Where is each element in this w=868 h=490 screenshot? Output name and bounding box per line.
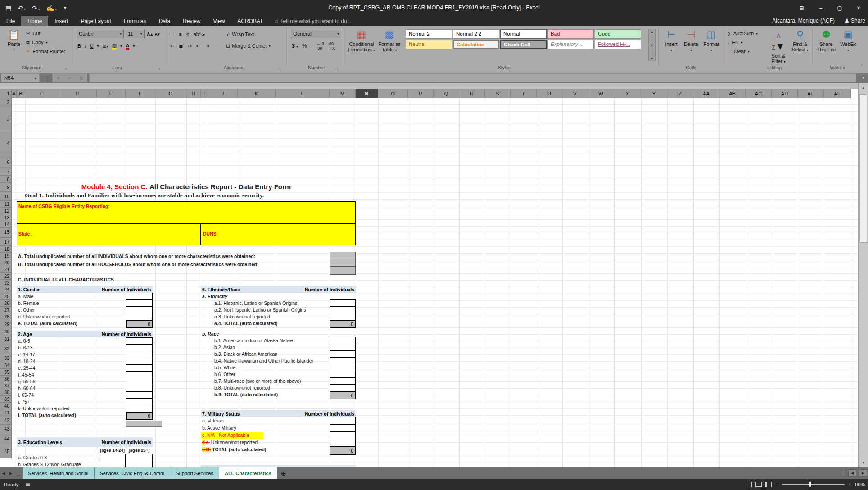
align-center-icon[interactable]: ≣ <box>179 43 183 49</box>
decrease-decimal-icon[interactable]: .00→.0 <box>328 41 336 50</box>
decrease-indent-icon[interactable]: ⇤ <box>196 43 200 49</box>
input-cell-race-1[interactable] <box>330 337 356 344</box>
ribbon-tab-view[interactable]: View <box>207 16 231 26</box>
orientation-icon[interactable]: ab⤡▾ <box>194 32 205 37</box>
input-cell-age-6[interactable] <box>126 378 153 385</box>
total-cell-gender[interactable]: 0 <box>126 320 153 328</box>
ribbon-tab-insert[interactable]: Insert <box>48 16 74 26</box>
style-calculation[interactable]: Calculation <box>453 40 499 49</box>
sheet-nav-left-icon[interactable]: ◀ <box>0 467 7 479</box>
number-dialog-launcher-icon[interactable]: ⌞ <box>337 65 339 70</box>
macro-record-icon[interactable]: ▦ <box>26 482 30 487</box>
input-cell-education-1[interactable] <box>126 461 153 467</box>
ribbon-tab-home[interactable]: Home <box>21 16 48 26</box>
paste-button[interactable]: 📋 Paste▾ <box>4 28 24 63</box>
cut-button[interactable]: ✂ Cut <box>26 29 65 38</box>
align-middle-icon[interactable]: ≡ <box>179 32 181 37</box>
alignment-dialog-launcher-icon[interactable]: ⌞ <box>279 65 281 70</box>
input-cell-ethnicity-2[interactable] <box>330 306 356 313</box>
input-cell-gender-3[interactable] <box>126 313 153 320</box>
delete-cells-button[interactable]: ⊣ Delete▾ <box>682 28 701 63</box>
style-bad[interactable]: Bad <box>547 29 594 39</box>
style-normal-2[interactable]: Normal 2 <box>406 29 452 39</box>
ribbon-tab-formulas[interactable]: Formulas <box>118 16 153 26</box>
underline-button[interactable]: U <box>90 43 94 49</box>
sort-filter-button[interactable]: AZ▼ Sort & Filter ▾ <box>768 28 789 63</box>
align-top-icon[interactable]: ≣ <box>170 32 174 37</box>
sheet-tab-services-health-and-social[interactable]: Services_Health and Social <box>23 467 95 479</box>
input-cell-age-10[interactable] <box>126 405 153 412</box>
tell-me-box[interactable]: ☼ Tell me what you want to do... <box>269 16 356 26</box>
autosum-button[interactable]: ∑ AutoSum ▾ <box>728 29 758 38</box>
input-cell-age-4[interactable] <box>126 364 153 372</box>
accounting-format-icon[interactable]: $ ▾ <box>292 43 298 49</box>
font-color-icon[interactable]: A <box>126 43 129 50</box>
number-format-select[interactable]: General▾ <box>291 30 341 38</box>
hscroll-right-icon[interactable]: ▶ <box>859 469 867 477</box>
style-followed-hy-[interactable]: Followed Hy... <box>595 40 641 49</box>
sheet-nav-more-icon[interactable]: ... <box>14 467 23 479</box>
total-households-input[interactable] <box>330 259 356 267</box>
style-good[interactable]: Good <box>595 29 641 39</box>
font-name-select[interactable]: Calibri▾ <box>77 30 124 38</box>
total-cell-military[interactable]: 0 <box>330 446 356 455</box>
insert-cells-button[interactable]: ⊢ Insert▾ <box>662 28 681 63</box>
format-as-table-button[interactable]: ▩ Format as Table ▾ <box>376 28 402 63</box>
zoom-out-icon[interactable]: − <box>775 482 778 487</box>
comma-style-icon[interactable]: , <box>311 43 312 49</box>
scroll-down-icon[interactable]: ▼ <box>859 459 868 467</box>
ribbon-display-options-icon[interactable]: ⊞ <box>792 0 811 16</box>
input-cell-age-0[interactable] <box>126 337 153 345</box>
sheet-tab-services-civic-eng-comm[interactable]: Services_Civic Eng. & Comm <box>95 467 171 479</box>
duns-cell[interactable]: DUNS: <box>201 224 356 245</box>
percent-style-icon[interactable]: % <box>302 43 307 49</box>
input-cell-military-1[interactable] <box>330 424 356 432</box>
borders-icon[interactable]: ⊞▾ <box>103 43 108 49</box>
input-cell-age-9[interactable] <box>126 398 153 405</box>
tab-splitter-icon[interactable]: ⋮ <box>841 470 845 476</box>
hscroll-left-icon[interactable]: ◀ <box>848 469 856 477</box>
style-explanatory-[interactable]: Explanatory ... <box>547 40 594 49</box>
copy-button[interactable]: ⧉ Copy ▾ <box>26 38 65 47</box>
input-cell-military-2[interactable] <box>330 431 356 439</box>
format-painter-button[interactable]: ✒ Format Painter <box>26 47 65 56</box>
fill-button[interactable]: ↓ Fill ▾ <box>728 38 758 47</box>
input-cell-race-4[interactable] <box>330 357 356 364</box>
conditional-formatting-button[interactable]: ▦ Conditional Formatting ▾ <box>348 28 375 63</box>
input-cell-age-2[interactable] <box>126 351 153 358</box>
styles-gallery-scroll[interactable]: ▲▼▼̅ <box>648 29 656 61</box>
new-sheet-icon[interactable]: ⊕ <box>277 467 290 479</box>
restore-button[interactable]: ▢ <box>830 0 849 16</box>
minimize-button[interactable]: – <box>811 0 830 16</box>
input-cell-education-0[interactable] <box>126 454 153 461</box>
page-break-view-icon[interactable] <box>765 482 772 487</box>
input-cell-age-8[interactable] <box>126 391 153 399</box>
scroll-up-icon[interactable]: ▲ <box>859 84 868 91</box>
input-cell-race-8[interactable] <box>330 384 356 391</box>
page-layout-view-icon[interactable] <box>755 482 762 487</box>
ribbon-tab-page-layout[interactable]: Page Layout <box>74 16 117 26</box>
vertical-scroll-thumb[interactable] <box>859 94 867 243</box>
clear-button[interactable]: ◿ Clear ▾ <box>728 47 758 56</box>
style-neutral[interactable]: Neutral <box>406 40 452 49</box>
input-cell-age-5[interactable] <box>126 371 153 378</box>
sheet-nav-right-icon[interactable]: ▶ <box>7 467 14 479</box>
input-cell-ethnicity-1[interactable] <box>330 299 356 307</box>
zoom-slider-thumb[interactable] <box>809 482 811 487</box>
formula-input[interactable] <box>89 73 856 82</box>
input-cell-gender-0[interactable] <box>126 293 153 300</box>
zoom-in-icon[interactable]: + <box>848 482 851 487</box>
input-cell-gender-1[interactable] <box>126 299 153 307</box>
find-select-button[interactable]: ⚲ Find & Select ▾ <box>790 28 810 63</box>
increase-indent-icon[interactable]: ⇥ <box>205 43 209 49</box>
increase-decimal-icon[interactable]: ←.0.00 <box>316 41 324 50</box>
format-cells-button[interactable]: ◫ Format▾ <box>701 28 721 63</box>
normal-view-icon[interactable] <box>746 482 752 487</box>
clipboard-dialog-launcher-icon[interactable]: ⌞ <box>65 65 67 70</box>
expand-formula-bar-icon[interactable]: ▾ <box>862 76 864 80</box>
webex-button[interactable]: ▣ WebEx▾ <box>838 28 858 63</box>
input-cell-race-5[interactable] <box>330 364 356 371</box>
state-cell[interactable]: State: <box>17 224 201 245</box>
wrap-text-button[interactable]: ↲ Wrap Text <box>226 30 254 39</box>
font-size-select[interactable]: 11▾ <box>126 30 145 38</box>
